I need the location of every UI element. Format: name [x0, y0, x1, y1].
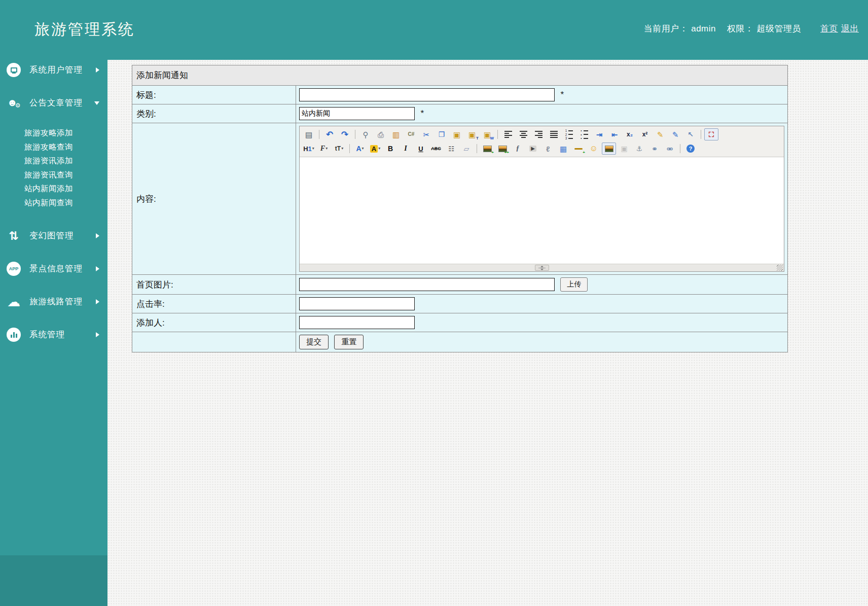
- image-input[interactable]: [299, 278, 555, 291]
- font-family-icon[interactable]: F▾: [317, 142, 331, 155]
- align-left-icon[interactable]: [501, 128, 515, 140]
- select-all-icon[interactable]: ↖: [683, 128, 698, 140]
- undo-icon[interactable]: ↶: [322, 128, 337, 140]
- cloud-icon: ☁: [5, 295, 22, 308]
- line-spacing-icon[interactable]: ☷: [444, 142, 458, 155]
- sidebar-subitem-travel-info-query[interactable]: 旅游资讯查询: [0, 168, 107, 182]
- title-input[interactable]: [299, 88, 555, 101]
- save-icon[interactable]: ▣: [617, 142, 631, 155]
- copy-icon[interactable]: ❐: [435, 128, 449, 140]
- font-color-icon[interactable]: A▾: [353, 142, 367, 155]
- chevron-right-icon: [96, 332, 99, 337]
- paste-icon[interactable]: ▣: [450, 128, 464, 140]
- sidebar-item-announcement-article-management[interactable]: ☻⚙公告文章管理: [0, 93, 107, 113]
- current-user-label: 当前用户：: [644, 23, 689, 34]
- toolbar-separator: [355, 130, 355, 139]
- align-center-icon[interactable]: [516, 128, 530, 140]
- italic-icon[interactable]: I: [399, 142, 413, 155]
- reset-button[interactable]: 重置: [334, 335, 364, 349]
- bold-icon[interactable]: B: [383, 142, 397, 155]
- help-icon[interactable]: ?: [683, 142, 698, 155]
- insert-flash-icon[interactable]: ƒ: [511, 142, 525, 155]
- fullscreen-icon[interactable]: ⛶: [704, 128, 718, 140]
- upload-button[interactable]: 上传: [560, 277, 588, 292]
- strikethrough-icon[interactable]: ABC: [429, 142, 443, 155]
- author-input[interactable]: [299, 316, 415, 329]
- nav-link-logout[interactable]: 退出: [841, 23, 859, 34]
- eraser-icon[interactable]: ▱: [459, 142, 474, 155]
- sidebar-subitem-site-news-query[interactable]: 站内新闻查询: [0, 196, 107, 210]
- editor-toolbar-row1: ▤↶↷⚲⎙▥C#✂❐▣▣T▣W123•••⇥⇤x₂x²✎✎↖⛶: [301, 127, 782, 141]
- sidebar-item-travel-route-management[interactable]: ☁旅游线路管理: [0, 292, 107, 312]
- insert-media-icon[interactable]: ▶: [526, 142, 540, 155]
- chevron-down-icon: [94, 101, 99, 105]
- align-right-icon[interactable]: [531, 128, 546, 140]
- image-manager-icon[interactable]: [602, 142, 616, 155]
- sidebar-item-scenic-spot-management[interactable]: APP景点信息管理: [0, 259, 107, 279]
- emoticon-icon[interactable]: ☺: [587, 142, 601, 155]
- superscript-icon[interactable]: x²: [638, 128, 652, 140]
- nav-link-home[interactable]: 首页: [820, 23, 838, 34]
- sidebar-subitem-travel-guide-query[interactable]: 旅游攻略查询: [0, 140, 107, 154]
- toolbar-separator: [319, 130, 319, 139]
- print-icon[interactable]: ⎙: [374, 128, 388, 140]
- subscript-icon[interactable]: x₂: [623, 128, 637, 140]
- editor-body[interactable]: [300, 157, 784, 264]
- sidebar-item-system-user-management[interactable]: 系统用户管理: [0, 60, 107, 80]
- toolbar-separator: [349, 144, 350, 153]
- editor-statusbar: [300, 264, 784, 271]
- editor-resize-handle[interactable]: [535, 265, 549, 271]
- author-label: 添加人:: [132, 313, 296, 332]
- unordered-list-icon[interactable]: •••: [577, 128, 591, 140]
- redo-icon[interactable]: ↷: [338, 128, 352, 140]
- sidebar-item-label: 旅游线路管理: [29, 296, 83, 307]
- anchor-icon[interactable]: ⚓: [632, 142, 646, 155]
- main-content: 添加新闻通知 标题: * 类别: * 内容: ▤↶↷⚲⎙▥C#✂❐▣▣T▣W12…: [107, 60, 868, 606]
- sidebar-item-banner-image-management[interactable]: ⇅变幻图管理: [0, 226, 107, 246]
- sidebar-item-label: 系统用户管理: [29, 64, 83, 76]
- add-news-form: 添加新闻通知 标题: * 类别: * 内容: ▤↶↷⚲⎙▥C#✂❐▣▣T▣W12…: [132, 65, 788, 352]
- ordered-list-icon[interactable]: 123: [562, 128, 576, 140]
- align-justify-icon[interactable]: [547, 128, 561, 140]
- toolbar-separator: [497, 130, 498, 139]
- print-preview-icon[interactable]: ⚲: [358, 128, 373, 140]
- insert-image-icon[interactable]: +: [480, 142, 494, 155]
- unlink-icon[interactable]: ⚮: [663, 142, 677, 155]
- outdent-icon[interactable]: ⇤: [607, 128, 622, 140]
- paragraph-format-icon[interactable]: H1▾: [302, 142, 316, 155]
- editor-corner-grip[interactable]: [777, 265, 783, 271]
- content-label: 内容:: [132, 123, 296, 275]
- clean-code-icon[interactable]: ✎: [653, 128, 667, 140]
- sidebar-item-label: 公告文章管理: [29, 97, 83, 109]
- clicks-input[interactable]: [299, 297, 415, 310]
- sidebar-subitem-travel-info-add[interactable]: 旅游资讯添加: [0, 154, 107, 168]
- page-properties-icon[interactable]: ▥: [389, 128, 403, 140]
- batch-upload-image-icon[interactable]: ++: [495, 142, 510, 155]
- link-icon[interactable]: ⚭: [647, 142, 662, 155]
- chevron-right-icon: [96, 299, 99, 304]
- sidebar-subitem-site-news-add[interactable]: 站内新闻添加: [0, 182, 107, 196]
- sidebar-item-label: 系统管理: [29, 329, 65, 340]
- highlight-color-icon[interactable]: A▾: [368, 142, 382, 155]
- chevron-right-icon: [96, 233, 99, 238]
- sidebar-item-system-management[interactable]: 系统管理: [0, 325, 107, 345]
- paste-as-text-icon[interactable]: ▣T: [465, 128, 479, 140]
- quick-typesetting-icon[interactable]: ✎: [668, 128, 682, 140]
- font-size-icon[interactable]: tT▾: [332, 142, 346, 155]
- toolbar-separator: [701, 130, 701, 139]
- paste-from-word-icon[interactable]: ▣W: [480, 128, 494, 140]
- indent-icon[interactable]: ⇥: [592, 128, 606, 140]
- buttons-row-spacer: [132, 332, 296, 352]
- insert-hr-icon[interactable]: +: [571, 142, 586, 155]
- insert-code-icon[interactable]: C#: [404, 128, 418, 140]
- insert-table-icon[interactable]: ▦: [556, 142, 570, 155]
- attachment-icon[interactable]: ℓ: [541, 142, 555, 155]
- submit-button[interactable]: 提交: [299, 335, 329, 349]
- sidebar-subitem-travel-guide-add[interactable]: 旅游攻略添加: [0, 126, 107, 140]
- category-input[interactable]: [299, 107, 415, 120]
- cut-icon[interactable]: ✂: [419, 128, 433, 140]
- sidebar: 系统用户管理☻⚙公告文章管理旅游攻略添加旅游攻略查询旅游资讯添加旅游资讯查询站内…: [0, 60, 107, 606]
- role-value: 超级管理员: [757, 23, 802, 34]
- underline-icon[interactable]: U: [414, 142, 428, 155]
- view-source-icon[interactable]: ▤: [302, 128, 316, 140]
